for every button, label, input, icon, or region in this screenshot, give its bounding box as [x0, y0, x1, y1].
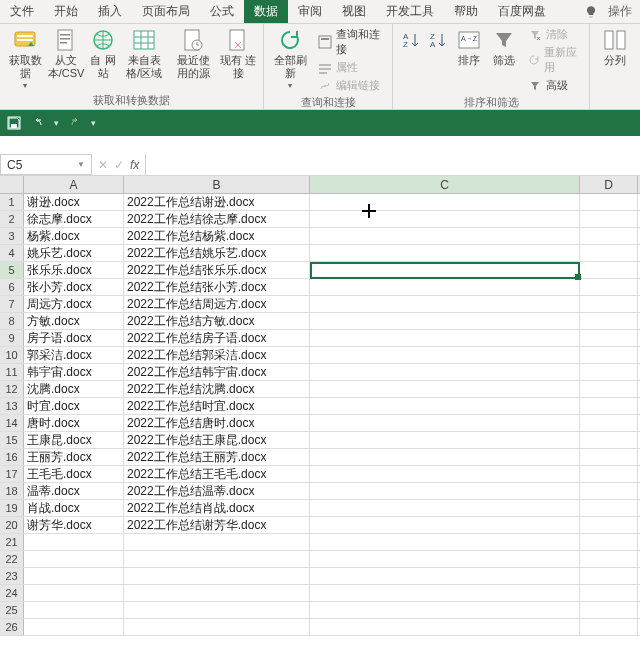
row-header[interactable]: 24	[0, 585, 24, 601]
row-header[interactable]: 9	[0, 330, 24, 346]
tab-help[interactable]: 帮助	[444, 0, 488, 23]
cell[interactable]	[580, 279, 638, 295]
refresh-all-button[interactable]: 全部刷新 ▾	[270, 26, 311, 92]
cell[interactable]: 王康昆.docx	[24, 432, 124, 448]
row-header[interactable]: 4	[0, 245, 24, 261]
row-header[interactable]: 20	[0, 517, 24, 533]
cell[interactable]	[310, 602, 580, 618]
undo-button[interactable]	[30, 115, 46, 131]
cell[interactable]: 温蒂.docx	[24, 483, 124, 499]
cell[interactable]	[580, 415, 638, 431]
col-header-A[interactable]: A	[24, 176, 124, 193]
cell[interactable]	[310, 245, 580, 261]
row-header[interactable]: 18	[0, 483, 24, 499]
cell[interactable]: 张小芳.docx	[24, 279, 124, 295]
cell[interactable]: 2022工作总结谢芳华.docx	[124, 517, 310, 533]
properties-button[interactable]: 属性	[314, 59, 386, 76]
cell[interactable]	[580, 347, 638, 363]
cell[interactable]: 王毛毛.docx	[24, 466, 124, 482]
from-web-button[interactable]: 自 网站	[88, 26, 118, 81]
cell[interactable]	[580, 296, 638, 312]
cell[interactable]	[310, 432, 580, 448]
cell[interactable]	[310, 313, 580, 329]
cell[interactable]	[580, 398, 638, 414]
cell[interactable]	[310, 551, 580, 567]
cell[interactable]	[580, 568, 638, 584]
cell[interactable]: 姚乐艺.docx	[24, 245, 124, 261]
cell[interactable]	[310, 364, 580, 380]
cell[interactable]: 2022工作总结周远方.docx	[124, 296, 310, 312]
cell[interactable]	[580, 194, 638, 210]
row-header[interactable]: 17	[0, 466, 24, 482]
qat-customize-icon[interactable]: ▾	[91, 118, 96, 128]
tab-home[interactable]: 开始	[44, 0, 88, 23]
cell[interactable]	[310, 415, 580, 431]
row-header[interactable]: 13	[0, 398, 24, 414]
name-box[interactable]: C5 ▼	[0, 154, 92, 175]
tab-dev[interactable]: 开发工具	[376, 0, 444, 23]
cell[interactable]: 杨紫.docx	[24, 228, 124, 244]
row-header[interactable]: 26	[0, 619, 24, 635]
tell-me-label[interactable]: 操作	[608, 3, 632, 20]
get-data-button[interactable]: 获取数 据 ▾	[6, 26, 44, 92]
cell[interactable]	[580, 534, 638, 550]
cell[interactable]	[24, 534, 124, 550]
cell[interactable]	[580, 466, 638, 482]
cell[interactable]: 时宜.docx	[24, 398, 124, 414]
cell[interactable]	[124, 534, 310, 550]
cell[interactable]: 唐时.docx	[24, 415, 124, 431]
row-header[interactable]: 19	[0, 500, 24, 516]
cell[interactable]	[24, 551, 124, 567]
cell[interactable]: 2022工作总结温蒂.docx	[124, 483, 310, 499]
row-header[interactable]: 21	[0, 534, 24, 550]
cell[interactable]: 2022工作总结时宜.docx	[124, 398, 310, 414]
cell[interactable]	[24, 568, 124, 584]
cell[interactable]	[310, 398, 580, 414]
clear-filter-button[interactable]: 清除	[524, 26, 583, 43]
cell[interactable]	[310, 211, 580, 227]
cell[interactable]	[310, 296, 580, 312]
cell[interactable]: 房子语.docx	[24, 330, 124, 346]
cell[interactable]	[310, 517, 580, 533]
cell[interactable]: 2022工作总结沈腾.docx	[124, 381, 310, 397]
row-header[interactable]: 12	[0, 381, 24, 397]
col-header-D[interactable]: D	[580, 176, 638, 193]
cell[interactable]: 2022工作总结唐时.docx	[124, 415, 310, 431]
cell[interactable]	[310, 449, 580, 465]
fx-icon[interactable]: fx	[130, 158, 139, 172]
row-header[interactable]: 8	[0, 313, 24, 329]
cell[interactable]: 2022工作总结肖战.docx	[124, 500, 310, 516]
row-header[interactable]: 11	[0, 364, 24, 380]
cell[interactable]: 2022工作总结房子语.docx	[124, 330, 310, 346]
row-header[interactable]: 6	[0, 279, 24, 295]
reapply-button[interactable]: 重新应用	[524, 44, 583, 76]
row-header[interactable]: 10	[0, 347, 24, 363]
cell[interactable]	[310, 347, 580, 363]
cell[interactable]	[580, 364, 638, 380]
row-header[interactable]: 7	[0, 296, 24, 312]
cell[interactable]: 2022工作总结方敏.docx	[124, 313, 310, 329]
cell[interactable]	[24, 585, 124, 601]
cell[interactable]: 张乐乐.docx	[24, 262, 124, 278]
tab-layout[interactable]: 页面布局	[132, 0, 200, 23]
cell[interactable]	[580, 551, 638, 567]
existing-connections-button[interactable]: 现有 连接	[219, 26, 257, 81]
cell[interactable]	[580, 432, 638, 448]
advanced-filter-button[interactable]: 高级	[524, 77, 583, 94]
cell[interactable]	[124, 602, 310, 618]
tab-insert[interactable]: 插入	[88, 0, 132, 23]
cell[interactable]: 2022工作总结徐志摩.docx	[124, 211, 310, 227]
cell[interactable]	[580, 228, 638, 244]
cell[interactable]: 王丽芳.docx	[24, 449, 124, 465]
undo-dropdown-icon[interactable]: ▾	[54, 118, 59, 128]
cell[interactable]: 方敏.docx	[24, 313, 124, 329]
save-button[interactable]	[6, 115, 22, 131]
from-table-button[interactable]: 来自表 格/区域	[121, 26, 167, 81]
tab-data[interactable]: 数据	[244, 0, 288, 23]
cell[interactable]	[310, 466, 580, 482]
cell[interactable]: 肖战.docx	[24, 500, 124, 516]
sort-desc-button[interactable]: ZA	[426, 26, 450, 54]
row-header[interactable]: 1	[0, 194, 24, 210]
cell[interactable]	[310, 262, 580, 278]
cell[interactable]	[580, 449, 638, 465]
